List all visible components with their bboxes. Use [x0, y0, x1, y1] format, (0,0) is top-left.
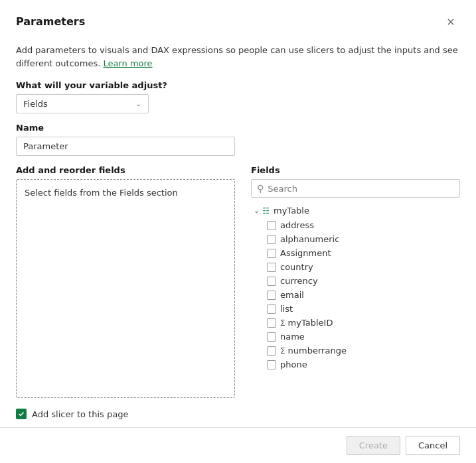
cancel-button[interactable]: Cancel [406, 436, 460, 455]
field-row[interactable]: currency [251, 274, 460, 288]
field-checkbox[interactable] [267, 360, 276, 369]
parameters-dialog: Parameters × Add parameters to visuals a… [0, 0, 476, 463]
field-row[interactable]: list [251, 302, 460, 316]
dialog-title: Parameters [16, 15, 85, 28]
field-checkbox[interactable] [267, 263, 276, 272]
dialog-body: Add parameters to visuals and DAX expres… [0, 36, 476, 427]
field-checkbox[interactable] [267, 332, 276, 342]
variable-section-label: What will your variable adjust? [16, 80, 460, 90]
table-name: myTable [274, 206, 309, 216]
name-section: Name [16, 123, 460, 156]
fields-container: addressalphanumericAssignmentcountrycurr… [251, 218, 460, 371]
variable-dropdown[interactable]: Fields ⌄ [16, 94, 149, 113]
close-button[interactable]: × [441, 12, 460, 31]
field-row[interactable]: Σnumberrange [251, 344, 460, 358]
field-row[interactable]: alphanumeric [251, 232, 460, 246]
field-name: name [280, 332, 305, 342]
field-name: address [280, 220, 314, 230]
field-checkbox[interactable] [267, 277, 276, 286]
field-row[interactable]: phone [251, 358, 460, 371]
fields-dropzone: Select fields from the Fields section [16, 179, 235, 398]
field-checkbox[interactable] [267, 221, 276, 230]
field-name: country [280, 262, 313, 272]
sigma-icon: Σ [280, 318, 285, 328]
field-checkbox[interactable] [267, 291, 276, 300]
field-name: email [280, 290, 304, 300]
name-input[interactable] [16, 137, 235, 156]
field-row[interactable]: name [251, 330, 460, 344]
field-checkbox[interactable] [267, 235, 276, 244]
field-name: phone [280, 360, 307, 369]
name-section-label: Name [16, 123, 460, 133]
field-checkbox[interactable] [267, 304, 276, 314]
field-row[interactable]: address [251, 218, 460, 232]
fields-list: ⌄ ☷ myTable addressalphanumericAssignmen… [251, 203, 460, 427]
two-columns: Add and reorder fields Select fields fro… [16, 165, 460, 427]
field-row[interactable]: email [251, 288, 460, 302]
field-name: list [280, 304, 293, 314]
dialog-footer: Create Cancel [0, 427, 476, 463]
field-row[interactable]: Assignment [251, 246, 460, 260]
chevron-right-icon: ⌄ [254, 206, 260, 215]
field-row[interactable]: country [251, 260, 460, 274]
fields-section-label: Fields [251, 165, 460, 175]
sigma-icon: Σ [280, 346, 285, 356]
add-slicer-checkbox[interactable] [16, 409, 27, 419]
field-name: numberrange [288, 346, 347, 356]
field-name: alphanumeric [280, 234, 339, 244]
search-input[interactable] [268, 184, 454, 194]
variable-section: What will your variable adjust? Fields ⌄ [16, 80, 460, 113]
field-name: myTableID [288, 318, 333, 328]
dialog-header: Parameters × [0, 0, 476, 36]
right-column: Fields ⚲ ⌄ ☷ myTable addressalphanumeric… [251, 165, 460, 427]
field-checkbox[interactable] [267, 346, 276, 356]
add-slicer-label: Add slicer to this page [32, 409, 128, 419]
search-icon: ⚲ [257, 183, 264, 194]
add-reorder-label: Add and reorder fields [16, 165, 235, 175]
table-icon: ☷ [262, 206, 270, 216]
left-column: Add and reorder fields Select fields fro… [16, 165, 235, 427]
create-button[interactable]: Create [347, 436, 400, 455]
field-name: currency [280, 276, 318, 286]
dropzone-placeholder: Select fields from the Fields section [25, 188, 178, 198]
field-checkbox[interactable] [267, 249, 276, 258]
add-slicer-row[interactable]: Add slicer to this page [16, 398, 235, 427]
dropdown-value: Fields [23, 99, 48, 109]
field-row[interactable]: ΣmyTableID [251, 316, 460, 330]
chevron-down-icon: ⌄ [136, 100, 141, 107]
search-box: ⚲ [251, 179, 460, 198]
table-header[interactable]: ⌄ ☷ myTable [251, 203, 460, 218]
learn-more-link[interactable]: Learn more [103, 58, 152, 68]
description-text: Add parameters to visuals and DAX expres… [16, 44, 460, 70]
field-name: Assignment [280, 248, 331, 258]
field-checkbox[interactable] [267, 318, 276, 328]
